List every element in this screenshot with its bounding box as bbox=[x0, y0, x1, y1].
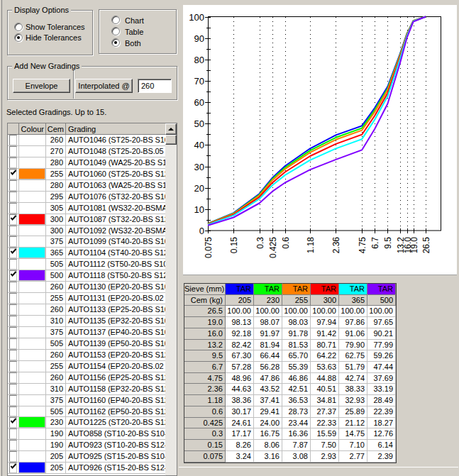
svg-text:2.36: 2.36 bbox=[331, 237, 341, 254]
svg-text:4.75: 4.75 bbox=[358, 237, 367, 254]
svg-text:0.425: 0.425 bbox=[268, 237, 278, 258]
svg-text:19.0: 19.0 bbox=[409, 237, 419, 254]
svg-text:40: 40 bbox=[194, 140, 204, 150]
svg-text:9.5: 9.5 bbox=[383, 237, 393, 249]
svg-text:6.7: 6.7 bbox=[370, 237, 380, 249]
svg-text:0.075: 0.075 bbox=[204, 237, 214, 258]
svg-text:60: 60 bbox=[194, 97, 204, 108]
svg-text:0.6: 0.6 bbox=[281, 237, 291, 249]
svg-text:1.18: 1.18 bbox=[306, 237, 316, 254]
svg-text:0.3: 0.3 bbox=[255, 237, 265, 249]
svg-text:26.5: 26.5 bbox=[421, 237, 431, 254]
svg-text:90: 90 bbox=[194, 33, 204, 44]
svg-text:10: 10 bbox=[194, 204, 204, 215]
svg-text:70: 70 bbox=[194, 76, 204, 87]
svg-text:0: 0 bbox=[199, 226, 204, 236]
svg-text:80: 80 bbox=[194, 55, 204, 65]
svg-text:0.15: 0.15 bbox=[229, 237, 239, 254]
svg-text:30: 30 bbox=[194, 162, 204, 172]
svg-text:100: 100 bbox=[189, 12, 204, 23]
svg-text:50: 50 bbox=[194, 118, 204, 129]
svg-text:20: 20 bbox=[194, 183, 204, 194]
